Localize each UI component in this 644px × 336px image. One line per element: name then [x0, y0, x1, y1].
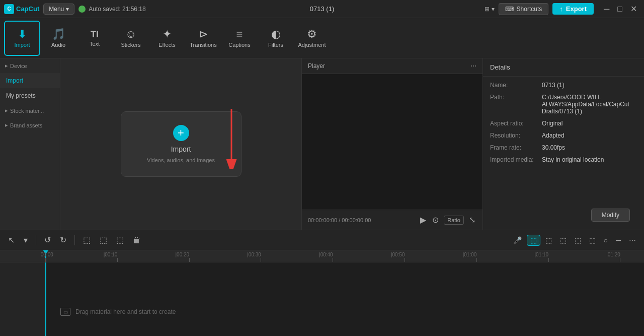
window-controls: ─ □ ✕	[601, 3, 640, 15]
auto-save-dot-icon	[78, 6, 86, 13]
path-value: C:/Users/GOOD WILL ALWAYS/AppData/Local/…	[542, 94, 637, 115]
toolbar-import[interactable]: ⬇ Import	[4, 21, 40, 56]
fit-button[interactable]: ⤡	[468, 214, 476, 226]
stock-mater-label: Stock mater...	[10, 108, 44, 114]
export-icon: ↑	[559, 5, 563, 13]
details-resolution-row: Resolution: Adapted	[490, 132, 637, 139]
toolbar-text-label: Text	[90, 41, 100, 47]
ruler-mark-5: |00:50	[405, 258, 405, 262]
import-item[interactable]: Import	[0, 73, 60, 88]
b-roll-tool[interactable]: ⬚	[542, 235, 555, 246]
toolbar: ⬇ Import 🎵 Audio TI Text ☺ Stickers ✦ Ef…	[0, 18, 644, 58]
player-controls: 00:00:00:00 / 00:00:00:00 ▶ ⊙ Ratio ⤡	[302, 210, 482, 230]
ruler-tick-2	[189, 258, 190, 262]
toolbar-text[interactable]: TI Text	[76, 21, 113, 56]
modify-button[interactable]: Modify	[591, 209, 630, 222]
toolbar-transitions[interactable]: ⊳ Transitions	[185, 21, 221, 56]
layout-icon-group: ⊞ ▾	[485, 6, 495, 13]
tl-right-tools: 🎤 ⬚ ⬚ ⬚ ⬚ ⬚ ○ ─ ⋯	[510, 235, 639, 246]
ruler-label-2: |00:20	[175, 252, 189, 257]
export-label: Export	[566, 5, 587, 13]
tl-divider-1	[36, 235, 36, 245]
aspect-value: Original	[542, 120, 562, 127]
select-tool-button[interactable]: ↖	[5, 234, 18, 246]
ruler-label-3: |00:30	[247, 252, 261, 257]
more-tool[interactable]: ⋯	[626, 235, 639, 246]
ruler-label-4: |00:40	[319, 252, 333, 257]
ruler-label-5: |00:50	[391, 252, 405, 257]
import-icon: ⬇	[18, 29, 27, 40]
export-button[interactable]: ↑ Export	[552, 3, 594, 15]
close-button[interactable]: ✕	[627, 3, 640, 15]
player-panel: Player ⋯ 00:00:00:00 / 00:00:00:00 ▶ ⊙ R…	[302, 58, 483, 230]
details-aspect-row: Aspect ratio: Original	[490, 120, 637, 127]
microphone-button[interactable]: 🎤	[510, 235, 525, 246]
toolbar-filters[interactable]: ◐ Filters	[258, 21, 294, 56]
redo-button[interactable]: ↻	[57, 234, 69, 246]
ruler-mark-1: |00:10	[117, 258, 118, 262]
trim-right-button[interactable]: ⬚	[113, 234, 127, 246]
toolbar-import-label: Import	[14, 42, 30, 48]
timeline-tracks: ▭ Drag material here and start to create	[0, 262, 644, 336]
trim-left-button[interactable]: ⬚	[97, 234, 110, 246]
text-track-tool[interactable]: ⬚	[572, 235, 584, 246]
player-title: Player	[308, 62, 325, 70]
select-dropdown-button[interactable]: ▾	[21, 234, 31, 246]
stickers-icon: ☺	[125, 29, 136, 40]
title-bar-right: ⊞ ▾ ⌨ Shortcuts ↑ Export ─ □ ✕	[485, 3, 640, 15]
shortcuts-button[interactable]: ⌨ Shortcuts	[499, 3, 549, 15]
menu-button[interactable]: Menu ▾	[43, 4, 74, 15]
ruler-mark-4: |00:40	[333, 258, 333, 262]
player-viewport	[302, 74, 482, 210]
circle-tool[interactable]: ○	[601, 235, 611, 246]
my-presets-item[interactable]: My presets	[0, 88, 60, 103]
details-name-row: Name: 0713 (1)	[490, 82, 637, 89]
path-key: Path:	[490, 94, 538, 101]
ruler-tick-3	[261, 258, 261, 262]
player-header: Player ⋯	[302, 58, 482, 74]
layout-icon: ⊞	[485, 6, 490, 13]
name-value: 0713 (1)	[542, 82, 565, 89]
player-menu-icon: ⋯	[470, 62, 476, 70]
toolbar-stickers[interactable]: ☺ Stickers	[113, 21, 149, 56]
toolbar-captions[interactable]: ≡ Captions	[221, 21, 258, 56]
timeline-ruler: |00:00 |00:10 |00:20 |00:30 |00:40 |00:5…	[0, 250, 644, 262]
play-button[interactable]: ▶	[419, 214, 427, 226]
text-icon: TI	[91, 30, 99, 39]
ratio-button[interactable]: Ratio	[444, 216, 464, 225]
tl-divider-2	[74, 235, 75, 245]
device-section[interactable]: ▸ Device	[0, 58, 60, 73]
minus-tool[interactable]: ─	[613, 235, 624, 246]
stock-mater-section[interactable]: ▸ Stock mater...	[0, 103, 60, 118]
maximize-button[interactable]: □	[614, 3, 625, 15]
brand-assets-section[interactable]: ▸ Brand assets	[0, 118, 60, 132]
menu-label: Menu	[49, 6, 64, 13]
fullscreen-button[interactable]: ⊙	[431, 214, 440, 226]
minimize-button[interactable]: ─	[601, 3, 612, 15]
import-item-label: Import	[6, 77, 23, 84]
track-content[interactable]: ▭ Drag material here and start to create	[45, 262, 644, 336]
details-panel: Details Name: 0713 (1) Path: C:/Users/GO…	[483, 58, 644, 230]
ruler-mark-2: |00:20	[189, 258, 190, 262]
toolbar-effects[interactable]: ✦ Effects	[149, 21, 185, 56]
drag-hint: ▭ Drag material here and start to create	[60, 308, 176, 316]
aspect-key: Aspect ratio:	[490, 120, 538, 127]
undo-button[interactable]: ↺	[41, 234, 54, 246]
toolbar-adjustment[interactable]: ⚙ Adjustment	[294, 21, 330, 56]
details-importedmedia-row: Imported media: Stay in original locatio…	[490, 156, 637, 163]
pip-tool[interactable]: ⬚	[586, 235, 599, 246]
toolbar-audio[interactable]: 🎵 Audio	[40, 21, 76, 56]
split-button[interactable]: ⬚	[80, 234, 94, 246]
auto-save-status: Auto saved: 21:56:18	[78, 6, 145, 13]
app-logo: C CapCut	[4, 4, 39, 14]
ruler-mark-0: |00:00	[45, 258, 46, 262]
main-track-tool[interactable]: ⬚	[527, 235, 540, 246]
ruler-mark-8: |01:20	[620, 258, 620, 262]
ruler-tick-6	[476, 258, 477, 262]
framerate-key: Frame rate:	[490, 144, 538, 151]
ruler-tick-5	[405, 258, 405, 262]
content-area: ▸ Device Import My presets ▸ Stock mater…	[0, 58, 644, 230]
audio-track-tool[interactable]: ⬚	[557, 235, 570, 246]
details-actions: Modify	[483, 200, 644, 230]
delete-button[interactable]: 🗑	[130, 234, 144, 246]
